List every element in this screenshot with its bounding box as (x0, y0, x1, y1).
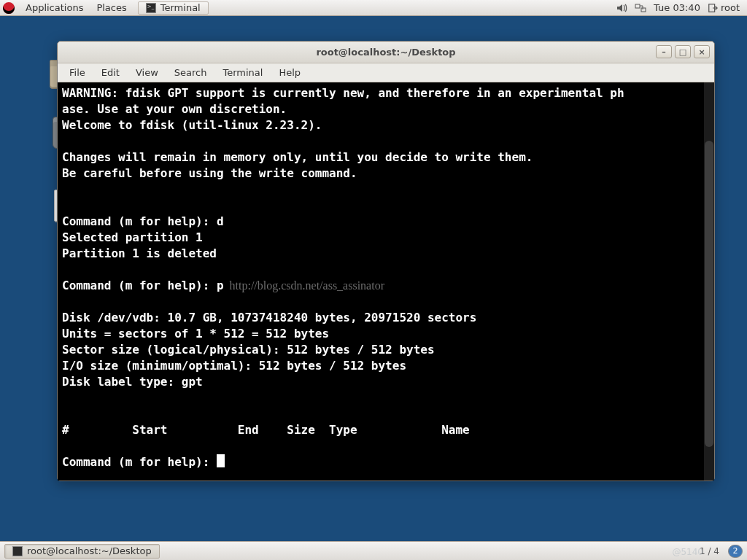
workspace-indicator[interactable]: 2 (728, 545, 743, 558)
volume-icon[interactable] (616, 2, 627, 14)
maximize-button[interactable]: □ (675, 45, 691, 58)
terminal-icon (12, 546, 23, 556)
terminal-line: # Start End Size Type Name (62, 423, 470, 437)
terminal-line: ase. Use at your own discretion. (62, 102, 287, 116)
menu-places[interactable]: Places (90, 2, 133, 13)
menu-edit[interactable]: Edit (94, 65, 127, 80)
terminal-scrollbar[interactable] (704, 82, 714, 481)
terminal-line: Command (m for help): d (62, 214, 224, 228)
top-task-label: Terminal (160, 2, 201, 13)
user-label: root (721, 2, 740, 13)
terminal-icon (146, 3, 156, 13)
terminal-line: Welcome to fdisk (util-linux 2.23.2). (62, 118, 322, 132)
terminal-line: Partition 1 is deleted (62, 246, 217, 260)
cursor (217, 454, 225, 467)
clock[interactable]: Tue 03:40 (654, 2, 700, 13)
menu-applications[interactable]: Applications (19, 2, 90, 13)
menu-file[interactable]: File (62, 65, 93, 80)
taskbar-entry-terminal[interactable]: root@localhost:~/Desktop (4, 544, 160, 559)
terminal-line: I/O size (minimum/optimal): 512 bytes / … (62, 359, 406, 373)
user-menu[interactable]: root (708, 2, 740, 13)
logout-icon (708, 3, 718, 13)
terminal-line: Be careful before using the write comman… (62, 166, 357, 180)
scrollbar-thumb[interactable] (705, 141, 713, 447)
watermark-text: http://blog.csdn.net/ass_assinator (224, 279, 384, 292)
menu-view[interactable]: View (128, 65, 166, 80)
distro-icon (3, 2, 15, 14)
network-icon[interactable] (635, 2, 646, 14)
system-tray: Tue 03:40 root (616, 2, 744, 14)
terminal-line: Disk /dev/vdb: 10.7 GB, 10737418240 byte… (62, 311, 476, 324)
svg-rect-0 (635, 4, 640, 8)
top-panel: Applications Places Terminal Tue 03:40 r… (0, 0, 747, 16)
terminal-line: Sector size (logical/physical): 512 byte… (62, 343, 435, 357)
terminal-prompt: Command (m for help): (62, 455, 225, 469)
terminal-line: Disk label type: gpt (62, 375, 203, 389)
menubar: File Edit View Search Terminal Help (58, 63, 714, 82)
terminal-line: Units = sectors of 1 * 512 = 512 bytes (62, 327, 329, 341)
menu-terminal[interactable]: Terminal (215, 65, 270, 80)
bottom-panel: root@localhost:~/Desktop @5140 1 / 4 2 (0, 541, 747, 560)
menu-search[interactable]: Search (167, 65, 214, 80)
image-watermark: @5140 (672, 547, 703, 557)
terminal-line: Changes will remain in memory only, unti… (62, 150, 533, 164)
svg-rect-1 (641, 8, 646, 12)
minimize-button[interactable]: – (656, 45, 672, 58)
menu-help[interactable]: Help (271, 65, 308, 80)
terminal-body[interactable]: WARNING: fdisk GPT support is currently … (58, 82, 714, 481)
terminal-line: Selected partition 1 (62, 230, 203, 244)
terminal-line: WARNING: fdisk GPT support is currently … (62, 86, 624, 100)
terminal-line: Command (m for help): p http://blog.csdn… (62, 279, 384, 292)
titlebar[interactable]: root@localhost:~/Desktop – □ × (58, 42, 714, 63)
close-button[interactable]: × (694, 45, 710, 58)
window-title: root@localhost:~/Desktop (316, 47, 455, 58)
top-task-terminal[interactable]: Terminal (138, 1, 209, 15)
taskbar-entry-label: root@localhost:~/Desktop (27, 545, 152, 556)
terminal-window: root@localhost:~/Desktop – □ × File Edit… (57, 41, 715, 481)
